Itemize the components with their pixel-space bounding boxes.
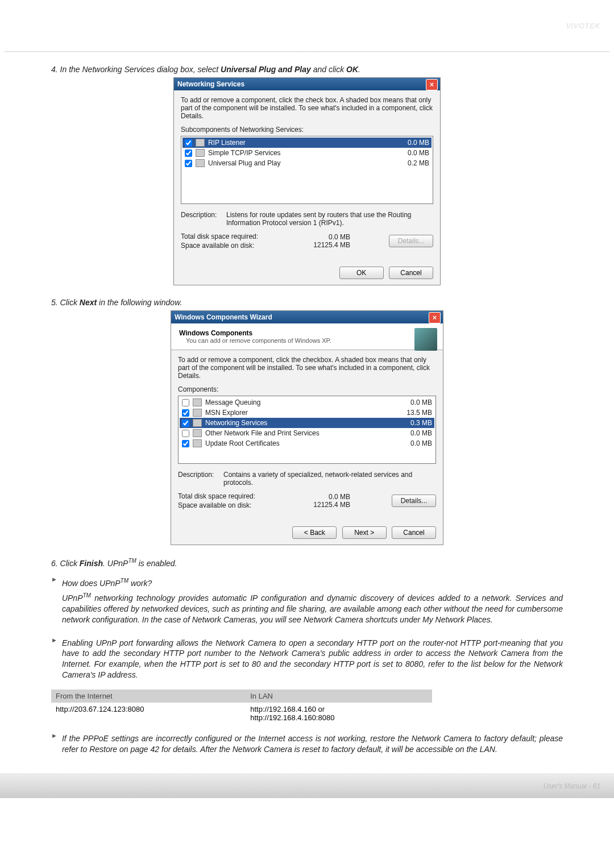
ok-button[interactable]: OK (339, 267, 384, 279)
triangle-icon: ► (51, 732, 57, 739)
ns-checkbox[interactable] (182, 420, 189, 427)
avail-label: Space available on disk: (178, 501, 251, 509)
msn-checkbox[interactable] (182, 409, 189, 417)
page-header: VIVOTEK (0, 0, 614, 51)
lan-addr-1: http://192.168.4.160 or (250, 705, 428, 713)
qa-heading: How does UPnPTM work? (62, 577, 563, 589)
service-icon (196, 139, 205, 147)
details-button[interactable]: Details... (392, 495, 436, 507)
note-body: Enabling UPnP port forwarding allows the… (62, 638, 563, 681)
step5-post: in the following window. (97, 298, 182, 307)
tm-superscript: TM (121, 578, 128, 584)
note-body: If the PPPoE settings are incorrectly co… (62, 733, 563, 755)
table-row: http://203.67.124.123:8080 http://192.16… (51, 703, 432, 724)
tm-superscript: TM (82, 592, 90, 599)
list-item[interactable]: Message Queuing0.0 MB (180, 397, 434, 408)
step6-post: . UPnP (103, 559, 128, 568)
cancel-button[interactable]: Cancel (392, 526, 436, 539)
row-size: 0.0 MB (398, 439, 432, 447)
row-size: 0.0 MB (398, 429, 432, 437)
avail-label: Space available on disk: (181, 242, 254, 250)
list-item[interactable]: RIP Listener0.0 MB (182, 138, 432, 148)
th-internet: From the Internet (51, 690, 246, 703)
step4-pre: 4. In the Networking Services dialog box… (51, 65, 221, 74)
row-size: 13.5 MB (398, 409, 432, 417)
rip-checkbox[interactable] (185, 139, 192, 147)
mq-checkbox[interactable] (182, 399, 189, 406)
tcpip-checkbox[interactable] (185, 149, 192, 157)
triangle-icon: ► (51, 576, 57, 583)
components-wizard-dialog: Windows Components Wizard × Windows Comp… (171, 310, 443, 545)
row-name: Other Network File and Print Services (205, 429, 398, 437)
dialog2-title-bar: Windows Components Wizard × (171, 311, 443, 323)
row-name: Universal Plug and Play (208, 159, 395, 167)
upnp-checkbox[interactable] (185, 160, 192, 167)
th-lan: In LAN (246, 690, 432, 703)
p1c: networking technology provides automatic… (62, 593, 563, 624)
page-footer: User's Manual - 61 (0, 773, 614, 798)
close-icon[interactable]: × (426, 79, 438, 90)
qa-item: ► How does UPnPTM work? UPnPTM networkin… (51, 574, 563, 629)
avail-value: 12125.4 MB (293, 501, 350, 509)
note-item: ► Enabling UPnP port forwarding allows t… (51, 634, 563, 684)
next-button[interactable]: Next > (342, 526, 387, 539)
q1-post: work? (128, 578, 152, 587)
row-size: 0.0 MB (395, 139, 429, 147)
note-item: ► If the PPPoE settings are incorrectly … (51, 730, 563, 758)
description-label: Description: (181, 211, 226, 227)
cancel-button[interactable]: Cancel (389, 267, 433, 279)
component-icon (193, 419, 202, 427)
component-list[interactable]: RIP Listener0.0 MB Simple TCP/IP Service… (181, 136, 433, 204)
step4-b1: Universal Plug and Play (221, 65, 311, 74)
total-label: Total disk space required: (178, 492, 255, 500)
avail-value: 12125.4 MB (293, 241, 350, 249)
dialog2-title: Windows Components Wizard (175, 313, 272, 321)
wizard-subheading: You can add or remove components of Wind… (186, 337, 435, 344)
triangle-icon: ► (51, 637, 57, 643)
row-size: 0.0 MB (398, 398, 432, 406)
component-icon (193, 398, 202, 406)
footer-text: User's Manual - 61 (544, 782, 600, 790)
list-item[interactable]: Other Network File and Print Services0.0… (180, 428, 434, 438)
back-button[interactable]: < Back (292, 526, 337, 539)
close-icon[interactable]: × (429, 312, 441, 323)
tm-superscript: TM (128, 558, 136, 564)
onfps-checkbox[interactable] (182, 430, 189, 437)
table-header-row: From the Internet In LAN (51, 690, 432, 703)
dialog-title-bar: Networking Services × (174, 78, 440, 90)
list-item[interactable]: Networking Services0.3 MB (180, 418, 434, 428)
row-size: 0.2 MB (395, 159, 429, 167)
qa-body: UPnPTM networking technology provides au… (62, 592, 563, 625)
brand-label: VIVOTEK (566, 22, 600, 30)
q1-pre: How does UPnP (62, 578, 121, 587)
dialog1-intro: To add or remove a component, click the … (181, 96, 433, 120)
row-name: Update Root Certificates (205, 439, 398, 447)
cell-lan: http://192.168.4.160 or http://192.168.4… (246, 703, 432, 724)
components-list[interactable]: Message Queuing0.0 MB MSN Explorer13.5 M… (178, 396, 436, 464)
service-icon (196, 159, 205, 167)
wizard-header: Windows Components You can add or remove… (171, 323, 443, 350)
details-button[interactable]: Details... (389, 235, 433, 247)
step4-mid: and click (311, 65, 346, 74)
list-item[interactable]: MSN Explorer13.5 MB (180, 408, 434, 418)
dialog2-intro: To add or remove a component, click the … (178, 356, 436, 380)
step6-bold: Finish (80, 559, 103, 568)
row-name: Message Queuing (205, 398, 398, 406)
dialog1-subcaption: Subcomponents of Networking Services: (181, 126, 433, 134)
description-value: Listens for route updates sent by router… (226, 211, 433, 227)
row-name: RIP Listener (208, 139, 395, 147)
dialog1-title: Networking Services (177, 80, 244, 88)
list-item[interactable]: Update Root Certificates0.0 MB (180, 438, 434, 448)
list-item[interactable]: Universal Plug and Play0.2 MB (182, 158, 432, 168)
description-label: Description: (178, 471, 223, 487)
urc-checkbox[interactable] (182, 440, 189, 447)
header-divider (5, 51, 609, 52)
step4-text: 4. In the Networking Services dialog box… (51, 65, 563, 74)
description-value: Contains a variety of specialized, netwo… (223, 471, 436, 487)
step5-pre: 5. Click (51, 298, 80, 307)
row-name: Networking Services (205, 419, 398, 427)
list-item[interactable]: Simple TCP/IP Services0.0 MB (182, 148, 432, 158)
row-name: MSN Explorer (205, 409, 398, 417)
service-icon (196, 149, 205, 157)
address-table: From the Internet In LAN http://203.67.1… (51, 690, 432, 724)
